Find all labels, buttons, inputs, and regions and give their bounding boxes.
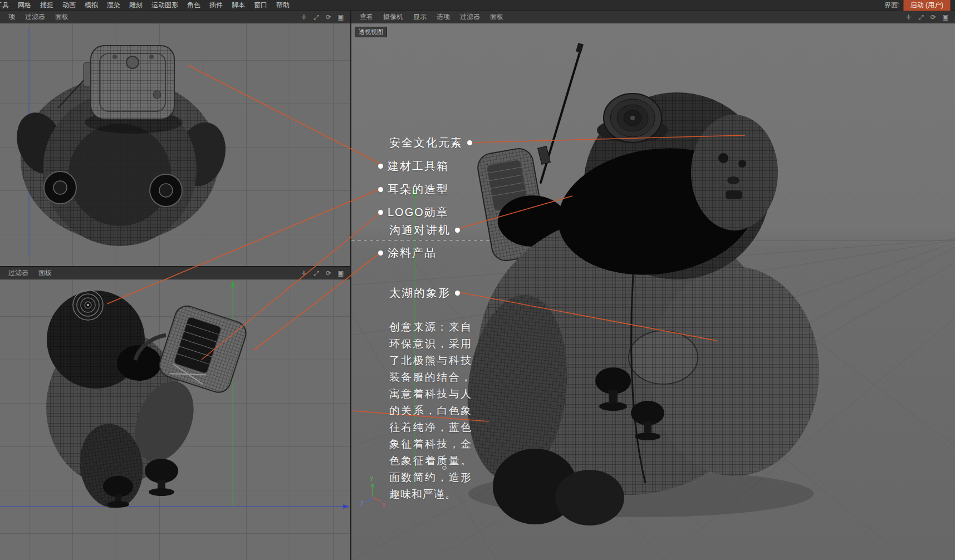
rotate-icon[interactable]: ⟳ — [929, 13, 937, 21]
viewport-side-view: 过滤器 面板 ✛ ⤢ ⟳ ▣ — [0, 267, 350, 560]
menu-mesh[interactable]: 网格 — [13, 1, 36, 10]
maximize-icon[interactable]: ▣ — [337, 13, 345, 21]
menu-snap[interactable]: 捕捉 — [36, 1, 58, 10]
vp-menu-panel[interactable]: 面板 — [33, 268, 57, 278]
menu-tools[interactable]: 工具 — [0, 1, 13, 10]
pan-icon[interactable]: ✛ — [300, 269, 308, 277]
viewport-side-canvas[interactable] — [0, 279, 350, 560]
view-label-badge: 透视视图 — [355, 27, 387, 37]
axis-z-label: Z — [360, 500, 364, 507]
menu-simulate[interactable]: 模拟 — [80, 1, 102, 10]
annotation-paint-product: 涂料产品 — [378, 245, 437, 261]
annotation-dot — [378, 164, 383, 169]
annotation-walkie-talkie: 沟通对讲机 — [389, 223, 460, 238]
annotation-dot — [455, 291, 460, 296]
rotate-icon[interactable]: ⟳ — [325, 13, 332, 21]
pan-icon[interactable]: ✛ — [300, 13, 308, 21]
annotation-dot — [378, 210, 383, 215]
bear-perspective-body — [459, 43, 819, 525]
main-menu-items: 工具 网格 捕捉 动画 模拟 渲染 雕刻 运动图形 角色 插件 脚本 窗口 帮助 — [0, 1, 294, 10]
bear-model-top-view — [0, 23, 350, 266]
menu-sculpt[interactable]: 雕刻 — [125, 1, 147, 10]
vp-menu-view[interactable]: 查看 — [355, 12, 378, 22]
vp-menu-filter[interactable]: 过滤器 — [20, 12, 50, 22]
annotation-label: 沟通对讲机 — [389, 223, 450, 238]
interface-switcher: 界面: 启动 (用户) — [884, 0, 955, 11]
viewport-top-controls: ✛ ⤢ ⟳ ▣ — [300, 13, 347, 21]
annotation-taihu-shape: 太湖的象形 — [389, 286, 460, 301]
vp-menu-filter[interactable]: 过滤器 — [455, 12, 485, 22]
z-axis-arrow — [343, 504, 350, 509]
viewport-top-menubar: 项 过滤器 面板 ✛ ⤢ ⟳ ▣ — [0, 11, 350, 23]
creative-description-text: 创意来源：来自环保意识，采用了北极熊与科技装备服的结合，寓意着科技与人的关系，白… — [389, 319, 472, 503]
annotation-label: 安全文化元素 — [389, 135, 463, 150]
menu-animation[interactable]: 动画 — [58, 1, 80, 10]
viewport-perspective-controls: ✛ ⤢ ⟳ ▣ — [905, 13, 952, 21]
y-axis-arrow — [231, 281, 235, 287]
zoom-icon[interactable]: ⤢ — [312, 13, 320, 21]
annotation-dot — [455, 228, 460, 233]
vp-menu-panel[interactable]: 面板 — [50, 12, 74, 22]
annotation-label: 耳朵的造型 — [388, 182, 449, 197]
zoom-icon[interactable]: ⤢ — [312, 269, 320, 277]
viewport-top-canvas[interactable] — [0, 23, 350, 266]
menu-render[interactable]: 渲染 — [102, 1, 125, 10]
annotation-label: 涂料产品 — [388, 245, 437, 261]
menu-plugins[interactable]: 插件 — [205, 1, 227, 10]
circle-marker: ○ — [442, 463, 447, 473]
viewport-perspective-menubar: 查看 摄像机 显示 选项 过滤器 面板 ✛ ⤢ ⟳ ▣ — [351, 11, 955, 23]
main-menubar: 工具 网格 捕捉 动画 模拟 渲染 雕刻 运动图形 角色 插件 脚本 窗口 帮助… — [0, 0, 955, 11]
annotation-dot — [378, 250, 383, 256]
bear-model-side-view — [0, 279, 350, 560]
rotate-icon[interactable]: ⟳ — [325, 269, 332, 277]
menu-help[interactable]: 帮助 — [272, 1, 294, 10]
annotation-ear-shape: 耳朵的造型 — [378, 182, 449, 197]
viewport-side-menubar: 过滤器 面板 ✛ ⤢ ⟳ ▣ — [0, 267, 350, 279]
vp-menu-filter[interactable]: 过滤器 — [3, 268, 33, 278]
annotation-logo-badge: LOGO勋章 — [378, 205, 449, 220]
viewport-side-controls: ✛ ⤢ ⟳ ▣ — [300, 269, 347, 277]
annotation-label: 建材工具箱 — [388, 159, 449, 174]
menu-mograph[interactable]: 运动图形 — [147, 1, 183, 10]
vp-menu-options[interactable]: 项 — [3, 12, 20, 22]
menu-script[interactable]: 脚本 — [227, 1, 249, 10]
axis-x-label: X — [382, 502, 386, 508]
annotation-dot — [467, 140, 472, 145]
vp-menu-display[interactable]: 显示 — [408, 12, 432, 22]
axis-y-label: Y — [370, 476, 374, 482]
axis-gizmo: Y Z X — [360, 476, 386, 508]
annotation-label: 太湖的象形 — [389, 286, 450, 301]
annotation-dot — [378, 187, 383, 192]
zoom-icon[interactable]: ⤢ — [917, 13, 925, 21]
maximize-icon[interactable]: ▣ — [942, 13, 949, 21]
menu-window[interactable]: 窗口 — [249, 1, 272, 10]
viewport-top-view: 项 过滤器 面板 ✛ ⤢ ⟳ ▣ — [0, 11, 350, 266]
interface-label: 界面: — [884, 1, 899, 10]
annotation-toolbox: 建材工具箱 — [378, 159, 449, 174]
annotation-label: LOGO勋章 — [388, 205, 449, 220]
c4d-window: 工具 网格 捕捉 动画 模拟 渲染 雕刻 运动图形 角色 插件 脚本 窗口 帮助… — [0, 0, 955, 560]
vp-menu-options[interactable]: 选项 — [432, 12, 455, 22]
annotation-safety-culture: 安全文化元素 — [389, 135, 472, 150]
pan-icon[interactable]: ✛ — [905, 13, 913, 21]
menu-character[interactable]: 角色 — [183, 1, 205, 10]
vp-menu-camera[interactable]: 摄像机 — [378, 12, 408, 22]
interface-layout-button[interactable]: 启动 (用户) — [903, 0, 951, 11]
vp-menu-panel[interactable]: 面板 — [485, 12, 508, 22]
maximize-icon[interactable]: ▣ — [337, 269, 345, 277]
